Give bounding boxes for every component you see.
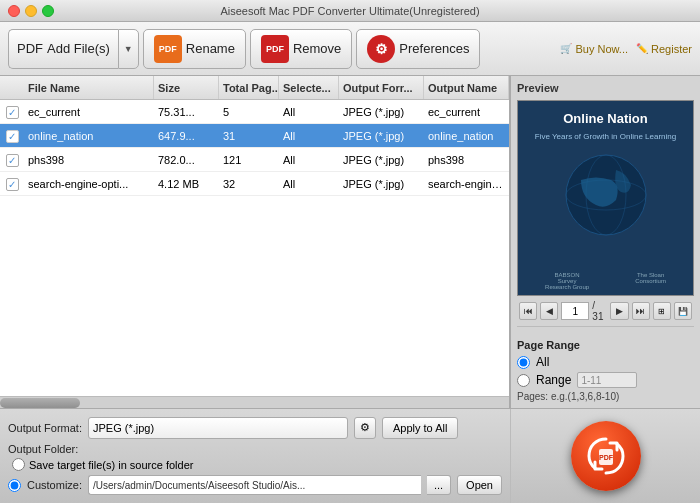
table-row[interactable]: ✓ ec_current 75.31... 5 All JPEG (*.jpg)… (0, 100, 509, 124)
cell-size: 647.9... (154, 130, 219, 142)
rename-label: Rename (186, 41, 235, 56)
cell-pages: 32 (219, 178, 279, 190)
convert-icon: PDF (581, 431, 631, 481)
minimize-button[interactable] (25, 5, 37, 17)
table-body: ✓ ec_current 75.31... 5 All JPEG (*.jpg)… (0, 100, 509, 396)
bottom-left-controls: Output Format: JPEG (*.jpg) PNG (*.png) … (0, 409, 510, 503)
preview-section: Preview Online Nation Five Years of Grow… (511, 76, 700, 333)
page-range-section: Page Range All Range Pages: e.g.(1,3,6,8… (511, 333, 700, 408)
cell-filename: ec_current (24, 106, 154, 118)
format-settings-button[interactable]: ⚙ (354, 417, 376, 439)
cell-outname: ec_current (424, 106, 509, 118)
right-panel: Preview Online Nation Five Years of Grow… (510, 76, 700, 408)
preview-image-box: Online Nation Five Years of Growth in On… (517, 100, 694, 296)
cell-pages: 121 (219, 154, 279, 166)
nav-save-button[interactable]: 💾 (674, 302, 692, 320)
cell-outname: phs398 (424, 154, 509, 166)
preview-logo-left: BABSONSurveyResearch Group (545, 272, 589, 290)
header-total-pages[interactable]: Total Pag... (219, 76, 279, 99)
all-radio-row: All (517, 355, 694, 369)
bottom-controls: Output Format: JPEG (*.jpg) PNG (*.png) … (0, 408, 700, 503)
checkmark-icon: ✓ (6, 178, 19, 191)
customize-path-text: /Users/admin/Documents/Aiseesoft Studio/… (93, 480, 305, 491)
cell-size: 782.0... (154, 154, 219, 166)
rename-button[interactable]: PDF Rename (143, 29, 246, 69)
cell-outfmt: JPEG (*.jpg) (339, 178, 424, 190)
register-link[interactable]: Register (636, 43, 692, 55)
cell-filename: online_nation (24, 130, 154, 142)
header-output-format[interactable]: Output Forr... (339, 76, 424, 99)
row-checkbox[interactable]: ✓ (0, 177, 24, 191)
header-size[interactable]: Size (154, 76, 219, 99)
output-folder-label-row: Output Folder: (8, 443, 502, 455)
add-files-pdf-icon: PDF (17, 41, 43, 56)
content-row: File Name Size Total Pag... Selecte... O… (0, 76, 700, 408)
cell-pages: 5 (219, 106, 279, 118)
nav-prev-button[interactable]: ◀ (540, 302, 558, 320)
format-select[interactable]: JPEG (*.jpg) PNG (*.png) TIFF (*.tiff) B… (88, 417, 348, 439)
row-checkbox[interactable]: ✓ (0, 129, 24, 143)
preview-globe-icon (561, 150, 651, 240)
table-row[interactable]: ✓ online_nation 647.9... 31 All JPEG (*.… (0, 124, 509, 148)
nav-first-button[interactable]: ⏮ (519, 302, 537, 320)
add-files-split-button[interactable]: PDF Add File(s) ▼ (8, 29, 139, 69)
output-format-row: Output Format: JPEG (*.jpg) PNG (*.png) … (8, 417, 502, 439)
remove-pdf-icon: PDF (261, 35, 289, 63)
save-source-radio[interactable] (12, 458, 25, 471)
main-layout: File Name Size Total Pag... Selecte... O… (0, 76, 700, 503)
cell-filename: search-engine-opti... (24, 178, 154, 190)
row-checkbox[interactable]: ✓ (0, 105, 24, 119)
cell-outfmt: JPEG (*.jpg) (339, 130, 424, 142)
save-source-row: Save target file(s) in source folder (12, 458, 502, 471)
checkmark-icon: ✓ (6, 106, 19, 119)
cell-size: 4.12 MB (154, 178, 219, 190)
header-filename[interactable]: File Name (24, 76, 154, 99)
range-input[interactable] (577, 372, 637, 388)
left-panel: File Name Size Total Pag... Selecte... O… (0, 76, 510, 408)
header-output-name[interactable]: Output Name (424, 76, 509, 99)
apply-to-all-button[interactable]: Apply to All (382, 417, 458, 439)
scroll-thumb[interactable] (0, 398, 80, 408)
range-radio[interactable] (517, 374, 530, 387)
open-folder-button[interactable]: Open (457, 475, 502, 495)
table-row[interactable]: ✓ search-engine-opti... 4.12 MB 32 All J… (0, 172, 509, 196)
buy-now-link[interactable]: Buy Now... (560, 43, 628, 55)
preview-label: Preview (517, 82, 694, 94)
all-radio[interactable] (517, 356, 530, 369)
row-checkbox[interactable]: ✓ (0, 153, 24, 167)
customize-radio[interactable] (8, 479, 21, 492)
remove-button[interactable]: PDF Remove (250, 29, 352, 69)
window-controls[interactable] (8, 5, 54, 17)
maximize-button[interactable] (42, 5, 54, 17)
add-files-arrow-button[interactable]: ▼ (118, 29, 139, 69)
page-separator: / 31 (592, 300, 607, 322)
header-selected[interactable]: Selecte... (279, 76, 339, 99)
file-table-area: File Name Size Total Pag... Selecte... O… (0, 76, 510, 408)
rename-pdf-icon: PDF (154, 35, 182, 63)
all-radio-label: All (536, 355, 549, 369)
cell-pages: 31 (219, 130, 279, 142)
cell-selected: All (279, 178, 339, 190)
nav-next-button[interactable]: ▶ (610, 302, 628, 320)
save-source-option[interactable]: Save target file(s) in source folder (12, 458, 193, 471)
browse-button[interactable]: ... (427, 475, 451, 495)
cell-filename: phs398 (24, 154, 154, 166)
range-radio-label: Range (536, 373, 571, 387)
horizontal-scrollbar[interactable] (0, 396, 509, 408)
nav-last-button[interactable]: ⏭ (632, 302, 650, 320)
cell-outname: online_nation (424, 130, 509, 142)
pages-hint: Pages: e.g.(1,3,6,8-10) (517, 391, 694, 402)
add-files-main-button[interactable]: PDF Add File(s) (8, 29, 118, 69)
customize-path-display: /Users/admin/Documents/Aiseesoft Studio/… (88, 475, 421, 495)
preferences-button[interactable]: ⚙ Preferences (356, 29, 480, 69)
customize-folder-row: Customize: /Users/admin/Documents/Aisees… (8, 475, 502, 495)
table-row[interactable]: ✓ phs398 782.0... 121 All JPEG (*.jpg) p… (0, 148, 509, 172)
range-radio-row: Range (517, 372, 694, 388)
preferences-icon: ⚙ (367, 35, 395, 63)
add-files-label: Add File(s) (47, 41, 110, 56)
page-number-input[interactable] (561, 302, 589, 320)
convert-button-area[interactable]: PDF (510, 409, 700, 503)
convert-pdf-button[interactable]: PDF (571, 421, 641, 491)
close-button[interactable] (8, 5, 20, 17)
nav-fit-button[interactable]: ⊞ (653, 302, 671, 320)
